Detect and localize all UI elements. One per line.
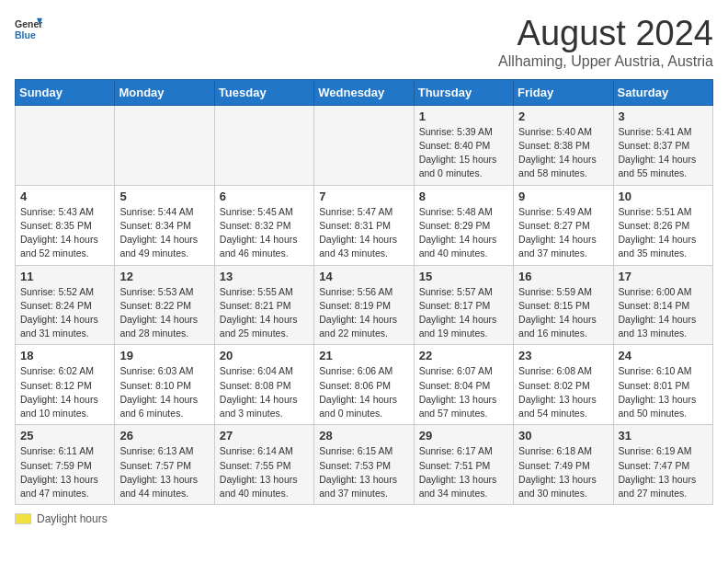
calendar-cell: 27Sunrise: 6:14 AMSunset: 7:55 PMDayligh…	[214, 425, 313, 505]
cell-content: Sunrise: 6:00 AMSunset: 8:14 PMDaylight:…	[619, 285, 708, 341]
calendar-cell: 21Sunrise: 6:06 AMSunset: 8:06 PMDayligh…	[314, 345, 414, 425]
day-number: 26	[119, 429, 209, 442]
day-number: 4	[20, 190, 109, 203]
calendar-cell: 30Sunrise: 6:18 AMSunset: 7:49 PMDayligh…	[514, 425, 613, 505]
calendar-cell: 10Sunrise: 5:51 AMSunset: 8:26 PMDayligh…	[613, 185, 712, 265]
day-number: 19	[119, 349, 209, 362]
weekday-header-sunday: Sunday	[16, 79, 115, 105]
calendar-cell: 12Sunrise: 5:53 AMSunset: 8:22 PMDayligh…	[115, 265, 214, 345]
cell-content: Sunrise: 5:55 AMSunset: 8:21 PMDaylight:…	[220, 285, 309, 341]
calendar-cell: 6Sunrise: 5:45 AMSunset: 8:32 PMDaylight…	[214, 185, 313, 265]
calendar-week-row: 11Sunrise: 5:52 AMSunset: 8:24 PMDayligh…	[16, 265, 713, 345]
cell-content: Sunrise: 5:56 AMSunset: 8:19 PMDaylight:…	[319, 285, 408, 341]
calendar-week-row: 18Sunrise: 6:02 AMSunset: 8:12 PMDayligh…	[16, 345, 713, 425]
calendar-cell: 19Sunrise: 6:03 AMSunset: 8:10 PMDayligh…	[115, 345, 214, 425]
day-number: 6	[220, 190, 309, 203]
cell-content: Sunrise: 5:49 AMSunset: 8:27 PMDaylight:…	[518, 205, 608, 261]
weekday-header-wednesday: Wednesday	[314, 79, 414, 105]
calendar-cell: 24Sunrise: 6:10 AMSunset: 8:01 PMDayligh…	[613, 345, 712, 425]
calendar-cell: 14Sunrise: 5:56 AMSunset: 8:19 PMDayligh…	[314, 265, 414, 345]
cell-content: Sunrise: 6:06 AMSunset: 8:06 PMDaylight:…	[319, 364, 408, 420]
page-title: August 2024	[498, 15, 713, 53]
day-number: 2	[518, 109, 608, 123]
cell-content: Sunrise: 6:13 AMSunset: 7:57 PMDaylight:…	[119, 444, 209, 500]
weekday-header-row: SundayMondayTuesdayWednesdayThursdayFrid…	[16, 79, 713, 105]
day-number: 14	[319, 270, 408, 283]
cell-content: Sunrise: 6:02 AMSunset: 8:12 PMDaylight:…	[20, 364, 109, 420]
calendar-cell: 18Sunrise: 6:02 AMSunset: 8:12 PMDayligh…	[16, 345, 115, 425]
calendar-cell: 15Sunrise: 5:57 AMSunset: 8:17 PMDayligh…	[414, 265, 513, 345]
calendar-cell: 5Sunrise: 5:44 AMSunset: 8:34 PMDaylight…	[115, 185, 214, 265]
cell-content: Sunrise: 6:18 AMSunset: 7:49 PMDaylight:…	[518, 444, 608, 500]
calendar-cell: 9Sunrise: 5:49 AMSunset: 8:27 PMDaylight…	[514, 185, 613, 265]
day-number: 13	[220, 270, 309, 283]
cell-content: Sunrise: 5:47 AMSunset: 8:31 PMDaylight:…	[319, 205, 408, 261]
cell-content: Sunrise: 6:19 AMSunset: 7:47 PMDaylight:…	[619, 444, 708, 500]
cell-content: Sunrise: 6:03 AMSunset: 8:10 PMDaylight:…	[119, 364, 209, 420]
calendar-cell: 29Sunrise: 6:17 AMSunset: 7:51 PMDayligh…	[414, 425, 513, 505]
weekday-header-thursday: Thursday	[414, 79, 513, 105]
calendar-cell: 26Sunrise: 6:13 AMSunset: 7:57 PMDayligh…	[115, 425, 214, 505]
cell-content: Sunrise: 6:04 AMSunset: 8:08 PMDaylight:…	[220, 364, 309, 420]
calendar-cell: 4Sunrise: 5:43 AMSunset: 8:35 PMDaylight…	[16, 185, 115, 265]
cell-content: Sunrise: 6:07 AMSunset: 8:04 PMDaylight:…	[419, 364, 508, 420]
cell-content: Sunrise: 6:10 AMSunset: 8:01 PMDaylight:…	[619, 364, 708, 420]
cell-content: Sunrise: 5:43 AMSunset: 8:35 PMDaylight:…	[20, 205, 109, 261]
day-number: 10	[619, 190, 708, 203]
cell-content: Sunrise: 6:08 AMSunset: 8:02 PMDaylight:…	[518, 364, 608, 420]
cell-content: Sunrise: 6:15 AMSunset: 7:53 PMDaylight:…	[319, 444, 408, 500]
calendar-cell: 11Sunrise: 5:52 AMSunset: 8:24 PMDayligh…	[16, 265, 115, 345]
cell-content: Sunrise: 6:14 AMSunset: 7:55 PMDaylight:…	[220, 444, 309, 500]
calendar-table: SundayMondayTuesdayWednesdayThursdayFrid…	[15, 79, 713, 505]
calendar-cell: 13Sunrise: 5:55 AMSunset: 8:21 PMDayligh…	[214, 265, 313, 345]
calendar-week-row: 1Sunrise: 5:39 AMSunset: 8:40 PMDaylight…	[16, 105, 713, 185]
page-subtitle: Allhaming, Upper Austria, Austria	[498, 53, 713, 70]
calendar-cell: 20Sunrise: 6:04 AMSunset: 8:08 PMDayligh…	[214, 345, 313, 425]
calendar-cell: 28Sunrise: 6:15 AMSunset: 7:53 PMDayligh…	[314, 425, 414, 505]
calendar-cell: 3Sunrise: 5:41 AMSunset: 8:37 PMDaylight…	[613, 105, 712, 185]
calendar-cell: 22Sunrise: 6:07 AMSunset: 8:04 PMDayligh…	[414, 345, 513, 425]
calendar-cell: 23Sunrise: 6:08 AMSunset: 8:02 PMDayligh…	[514, 345, 613, 425]
cell-content: Sunrise: 5:40 AMSunset: 8:38 PMDaylight:…	[518, 125, 608, 181]
calendar-cell: 17Sunrise: 6:00 AMSunset: 8:14 PMDayligh…	[613, 265, 712, 345]
cell-content: Sunrise: 6:11 AMSunset: 7:59 PMDaylight:…	[20, 444, 109, 500]
logo: General Blue	[15, 15, 42, 42]
day-number: 30	[518, 429, 608, 442]
cell-content: Sunrise: 5:44 AMSunset: 8:34 PMDaylight:…	[119, 205, 209, 261]
title-area: August 2024 Allhaming, Upper Austria, Au…	[498, 15, 713, 70]
footer-note: Daylight hours	[15, 512, 713, 525]
day-number: 7	[319, 190, 408, 203]
weekday-header-friday: Friday	[514, 79, 613, 105]
day-number: 8	[419, 190, 508, 203]
cell-content: Sunrise: 6:17 AMSunset: 7:51 PMDaylight:…	[419, 444, 508, 500]
day-number: 29	[419, 429, 508, 442]
calendar-cell: 25Sunrise: 6:11 AMSunset: 7:59 PMDayligh…	[16, 425, 115, 505]
calendar-week-row: 4Sunrise: 5:43 AMSunset: 8:35 PMDaylight…	[16, 185, 713, 265]
day-number: 31	[619, 429, 708, 442]
day-number: 3	[619, 109, 708, 123]
calendar-cell	[16, 105, 115, 185]
calendar-cell	[314, 105, 414, 185]
cell-content: Sunrise: 5:57 AMSunset: 8:17 PMDaylight:…	[419, 285, 508, 341]
calendar-cell	[214, 105, 313, 185]
day-number: 16	[518, 270, 608, 283]
day-number: 17	[619, 270, 708, 283]
day-number: 11	[20, 270, 109, 283]
day-number: 9	[518, 190, 608, 203]
cell-content: Sunrise: 5:52 AMSunset: 8:24 PMDaylight:…	[20, 285, 109, 341]
svg-text:Blue: Blue	[15, 29, 36, 40]
day-number: 25	[20, 429, 109, 442]
calendar-week-row: 25Sunrise: 6:11 AMSunset: 7:59 PMDayligh…	[16, 425, 713, 505]
weekday-header-saturday: Saturday	[613, 79, 712, 105]
day-number: 18	[20, 349, 109, 362]
cell-content: Sunrise: 5:39 AMSunset: 8:40 PMDaylight:…	[419, 125, 508, 181]
day-number: 22	[419, 349, 508, 362]
day-number: 24	[619, 349, 708, 362]
cell-content: Sunrise: 5:51 AMSunset: 8:26 PMDaylight:…	[619, 205, 708, 261]
daylight-bar-icon	[15, 513, 31, 524]
calendar-cell: 16Sunrise: 5:59 AMSunset: 8:15 PMDayligh…	[514, 265, 613, 345]
cell-content: Sunrise: 5:59 AMSunset: 8:15 PMDaylight:…	[518, 285, 608, 341]
weekday-header-tuesday: Tuesday	[214, 79, 313, 105]
calendar-cell: 8Sunrise: 5:48 AMSunset: 8:29 PMDaylight…	[414, 185, 513, 265]
day-number: 5	[119, 190, 209, 203]
